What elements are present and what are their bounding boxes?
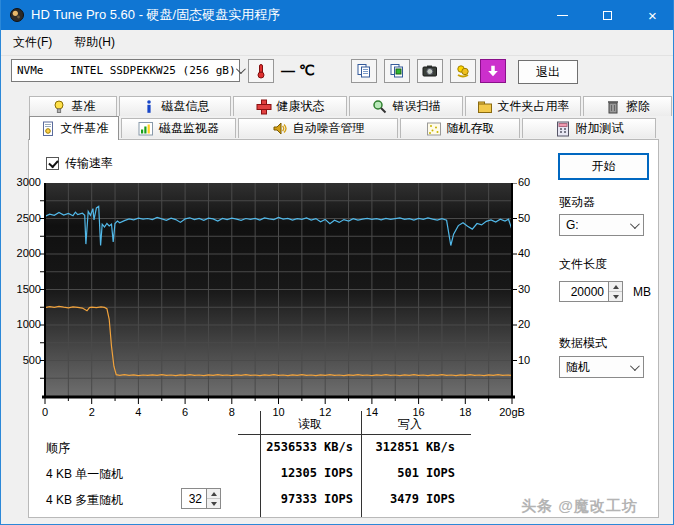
- drive-select-value: NVMe INTEL SSDPEKKW25 (256 gB): [17, 64, 236, 77]
- y-left-tick: 3000: [3, 176, 41, 188]
- magnifier-icon: [372, 99, 388, 115]
- tab-random-access[interactable]: 随机存取: [400, 118, 520, 138]
- titlebar: HD Tune Pro 5.60 - 硬盘/固态硬盘实用程序 ×: [1, 0, 674, 30]
- spin-up-icon[interactable]: [609, 282, 622, 292]
- row-4k-single-read: 12305 IOPS: [263, 466, 353, 480]
- row-sequential-write: 312851 KB/s: [363, 440, 455, 454]
- table-vertical-divider-2: [361, 411, 362, 517]
- donate-button[interactable]: [450, 59, 476, 83]
- spinner-buttons[interactable]: [207, 488, 221, 509]
- x-tick: 20gB: [492, 406, 532, 418]
- menu-file[interactable]: 文件(F): [3, 30, 62, 55]
- tab-erase[interactable]: 擦除: [583, 96, 672, 116]
- thermometer-icon: [254, 63, 268, 79]
- tab-benchmark[interactable]: 基准: [29, 96, 117, 116]
- drive-select[interactable]: NVMe INTEL SSDPEKKW25 (256 gB): [11, 59, 240, 82]
- transfer-rate-checkbox[interactable]: 传输速率: [46, 155, 113, 172]
- copy-image-icon: [389, 63, 405, 79]
- screenshot-button[interactable]: [417, 59, 443, 83]
- chevron-down-icon: [236, 64, 246, 74]
- tab-benchmark-label: 基准: [72, 98, 96, 115]
- file-length-spinner[interactable]: 20000: [559, 281, 623, 302]
- checkbox-checked-icon: [46, 157, 59, 170]
- tab-row-2: 文件基准 磁盘监视器 自动噪音管理 随机存取 附加测试: [28, 116, 667, 140]
- queue-depth-value: 32: [181, 488, 207, 509]
- random-access-icon: [426, 121, 442, 137]
- file-length-unit: MB: [633, 285, 651, 299]
- start-button[interactable]: 开始: [558, 153, 649, 180]
- benchmark-chart: [40, 183, 518, 405]
- minimize-button[interactable]: [540, 0, 585, 30]
- start-button-label: 开始: [592, 158, 616, 175]
- tab-error-scan[interactable]: 错误扫描: [349, 96, 463, 116]
- y-right-tick: 20: [518, 318, 548, 330]
- hdtune-window: HD Tune Pro 5.60 - 硬盘/固态硬盘实用程序 × 文件(F) 帮…: [0, 0, 674, 525]
- tab-erase-label: 擦除: [626, 98, 650, 115]
- file-length-label: 文件长度: [559, 256, 607, 273]
- tab-folder-usage[interactable]: 文件夹占用率: [465, 96, 581, 116]
- drive-dropdown-value: G:: [566, 218, 579, 232]
- window-title: HD Tune Pro 5.60 - 硬盘/固态硬盘实用程序: [31, 6, 280, 24]
- y-left-tick: 1000: [3, 318, 41, 330]
- y-right-tick: 60: [518, 176, 548, 188]
- x-tick: 4: [118, 406, 158, 418]
- exit-button[interactable]: 退出: [518, 60, 578, 84]
- tab-file-benchmark[interactable]: 文件基准: [29, 116, 119, 140]
- spin-down-icon[interactable]: [207, 499, 220, 508]
- copy-text-icon: [356, 63, 372, 79]
- y-right-tick: 40: [518, 247, 548, 259]
- close-button[interactable]: ×: [630, 0, 674, 30]
- y-left-tick: 1500: [3, 283, 41, 295]
- drive-label: 驱动器: [559, 194, 595, 211]
- y-left-tick: 2000: [3, 247, 41, 259]
- menu-help[interactable]: 帮助(H): [64, 30, 125, 55]
- tab-health-label: 健康状态: [277, 98, 325, 115]
- data-mode-dropdown-value: 随机: [566, 359, 590, 376]
- tab-health[interactable]: 健康状态: [233, 96, 347, 116]
- spinner-buttons[interactable]: [609, 281, 623, 302]
- x-tick: 6: [165, 406, 205, 418]
- queue-depth-spinner[interactable]: 32: [181, 488, 221, 509]
- info-icon: [141, 99, 157, 115]
- temperature-value: —: [281, 63, 295, 79]
- download-arrow-icon: [486, 64, 500, 78]
- y-left-tick: 500: [3, 354, 41, 366]
- table-header-divider: [238, 434, 471, 435]
- tab-disk-monitor-label: 磁盘监视器: [159, 120, 219, 137]
- hand-coins-icon: [455, 63, 471, 79]
- tab-extra-tests-label: 附加测试: [576, 120, 624, 137]
- drive-dropdown[interactable]: G:: [559, 214, 644, 236]
- file-length-value: 20000: [559, 281, 609, 302]
- tab-error-scan-label: 错误扫描: [393, 98, 441, 115]
- tab-aam-label: 自动噪音管理: [293, 120, 365, 137]
- toolbar: NVMe INTEL SSDPEKKW25 (256 gB) — ℃ 退出: [1, 57, 674, 92]
- x-tick: 0: [25, 406, 65, 418]
- x-tick: 2: [72, 406, 112, 418]
- table-vertical-divider-1: [260, 411, 261, 517]
- tab-random-access-label: 随机存取: [447, 120, 495, 137]
- menubar: 文件(F) 帮助(H): [1, 30, 674, 56]
- tab-aam[interactable]: 自动噪音管理: [238, 118, 398, 138]
- spin-down-icon[interactable]: [609, 292, 622, 301]
- data-mode-dropdown[interactable]: 随机: [559, 356, 644, 378]
- save-results-button[interactable]: [480, 59, 506, 83]
- y-left-tick: 2500: [3, 212, 41, 224]
- row-4k-single-label: 4 KB 单一随机: [46, 466, 123, 483]
- tab-extra-tests[interactable]: 附加测试: [522, 118, 656, 138]
- spin-up-icon[interactable]: [207, 489, 220, 499]
- copy-image-button[interactable]: [384, 59, 410, 83]
- tab-file-benchmark-label: 文件基准: [61, 120, 109, 137]
- health-cross-icon: [256, 99, 272, 115]
- row-sequential-read: 2536533 KB/s: [263, 440, 353, 454]
- tab-disk-monitor[interactable]: 磁盘监视器: [121, 118, 236, 138]
- y-right-tick: 50: [518, 212, 548, 224]
- tab-row-1: 基准 磁盘信息 健康状态 错误扫描 文件夹占用率 擦除: [28, 94, 667, 116]
- disk-monitor-icon: [138, 121, 154, 137]
- data-mode-label: 数据模式: [559, 335, 607, 352]
- copy-text-button[interactable]: [351, 59, 377, 83]
- temperature-button[interactable]: [248, 59, 274, 83]
- read-column-header: 读取: [261, 416, 359, 433]
- maximize-button[interactable]: [585, 0, 630, 30]
- write-column-header: 写入: [363, 416, 457, 433]
- tab-disk-info[interactable]: 磁盘信息: [119, 96, 231, 116]
